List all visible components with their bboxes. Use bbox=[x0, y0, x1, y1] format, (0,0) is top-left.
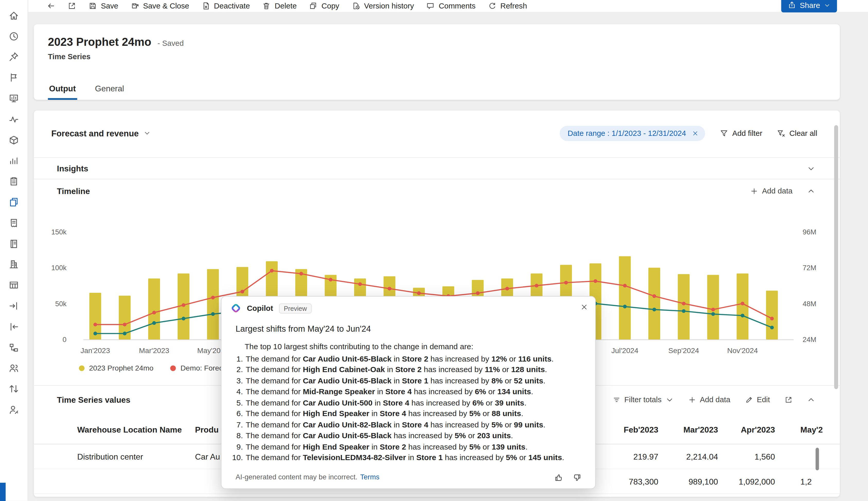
view-selector-dropdown[interactable]: Forecast and revenue bbox=[51, 128, 150, 138]
sidebar-item-recent[interactable] bbox=[0, 26, 28, 46]
sidebar-item-flag[interactable] bbox=[0, 67, 28, 88]
tab-output[interactable]: Output bbox=[48, 84, 77, 100]
card-scrollbar-thumb[interactable] bbox=[834, 125, 838, 389]
sidebar-item-pinned[interactable] bbox=[0, 46, 28, 67]
sidebar-item-person-link[interactable] bbox=[0, 399, 28, 420]
toolbar-comments-button[interactable]: Comments bbox=[420, 0, 482, 12]
export-icon bbox=[9, 321, 19, 332]
toolbar-save-button[interactable]: Save bbox=[82, 0, 124, 12]
svg-text:Jul'2024: Jul'2024 bbox=[611, 347, 638, 354]
popout-icon bbox=[785, 395, 793, 404]
copilot-footer: AI-generated content may be incorrect.Te… bbox=[236, 473, 379, 481]
sidebar-item-sort[interactable] bbox=[0, 379, 28, 399]
svg-text:96M: 96M bbox=[803, 228, 816, 236]
plus-icon bbox=[688, 395, 696, 404]
tab-general[interactable]: General bbox=[94, 84, 125, 100]
thumbs-down-icon[interactable] bbox=[573, 473, 582, 482]
sidebar-item-flow[interactable] bbox=[0, 337, 28, 358]
sidebar-item-home[interactable] bbox=[0, 5, 28, 26]
clear-all-filters-button[interactable]: Clear all bbox=[777, 129, 817, 137]
home-icon bbox=[9, 10, 19, 21]
toolbar-refresh-button[interactable]: Refresh bbox=[482, 0, 533, 12]
toolbar-copy-button[interactable]: Copy bbox=[303, 0, 345, 12]
svg-text:150k: 150k bbox=[51, 228, 67, 236]
preview-badge: Preview bbox=[279, 303, 312, 313]
sidebar-item-dashboard[interactable] bbox=[0, 88, 28, 109]
values-section-title: Time Series values bbox=[57, 395, 130, 404]
sidebar-item-notebook[interactable] bbox=[0, 233, 28, 254]
copilot-list-item: 4.The demand for Mid-Range Speaker in St… bbox=[231, 386, 585, 397]
svg-text:24M: 24M bbox=[803, 335, 816, 343]
building-icon bbox=[9, 259, 19, 270]
dismiss-icon bbox=[581, 303, 588, 311]
column-header[interactable]: Mar'2023 bbox=[662, 415, 718, 444]
sort-icon bbox=[9, 384, 19, 394]
column-header[interactable]: Warehouse Location Name bbox=[77, 415, 193, 444]
toolbar-delete-button[interactable]: Delete bbox=[256, 0, 303, 12]
share-button[interactable]: Share bbox=[781, 0, 837, 12]
insights-section-title: Insights bbox=[57, 164, 88, 173]
timeline-collapse-button[interactable] bbox=[807, 187, 815, 195]
pencil-icon bbox=[745, 395, 753, 404]
sidebar-item-people[interactable] bbox=[0, 358, 28, 379]
date-range-label: Date range : 1/1/2023 - 12/31/2024 bbox=[568, 129, 686, 137]
legend-item[interactable]: 2023 Prophet 24mo bbox=[79, 364, 153, 372]
table-cell: 783,300 bbox=[602, 469, 659, 493]
thumbs-up-icon[interactable] bbox=[554, 473, 563, 482]
app-sidebar bbox=[0, 0, 28, 501]
column-header[interactable]: May'2 bbox=[800, 415, 837, 444]
dismiss-icon bbox=[692, 130, 698, 136]
plus-icon bbox=[688, 395, 696, 404]
sidebar-item-documents[interactable] bbox=[0, 192, 28, 213]
copilot-list-item: 5.The demand for Car Audio Unit-500 in S… bbox=[231, 397, 585, 409]
sidebar-item-tasks[interactable] bbox=[0, 171, 28, 192]
package-icon bbox=[9, 135, 19, 146]
terms-link[interactable]: Terms bbox=[360, 473, 380, 481]
column-header[interactable]: Feb'2023 bbox=[602, 415, 659, 444]
toolbar-save-close-button[interactable]: Save & Close bbox=[124, 0, 195, 12]
sidebar-item-export[interactable] bbox=[0, 316, 28, 337]
people-icon bbox=[9, 363, 19, 374]
toolbar-back-button[interactable] bbox=[41, 0, 62, 12]
flow-icon bbox=[9, 342, 19, 353]
svg-text:100k: 100k bbox=[51, 264, 67, 272]
pencil-icon bbox=[745, 395, 753, 404]
values-add-data-button[interactable]: Add data bbox=[688, 395, 730, 404]
edit-label: Edit bbox=[757, 395, 770, 404]
clear-all-label: Clear all bbox=[789, 129, 817, 137]
add-filter-button[interactable]: Add filter bbox=[720, 129, 762, 137]
copilot-list-item: 10.The demand for TelevisionLEDM34-82-Si… bbox=[231, 452, 585, 463]
timeline-add-data-button[interactable]: Add data bbox=[750, 186, 792, 195]
share-icon bbox=[788, 1, 796, 9]
table-scrollbar-thumb[interactable] bbox=[815, 448, 819, 470]
sidebar-item-activity[interactable] bbox=[0, 109, 28, 130]
sidebar-item-package[interactable] bbox=[0, 130, 28, 150]
insights-expand-button[interactable] bbox=[807, 164, 815, 172]
copilot-shift-list: 1.The demand for Car Audio Unit-65-Black… bbox=[231, 354, 585, 463]
sidebar-item-table-grid[interactable] bbox=[0, 275, 28, 296]
date-range-filter-pill[interactable]: Date range : 1/1/2023 - 12/31/2024 bbox=[560, 126, 705, 141]
copilot-close-button[interactable] bbox=[581, 303, 588, 311]
chart-legend: 2023 Prophet 24moDemo: Forecas bbox=[79, 364, 231, 372]
documents-icon bbox=[9, 197, 19, 207]
popout-icon bbox=[68, 2, 76, 10]
filter-totals-dropdown[interactable]: Filter totals bbox=[612, 395, 673, 404]
sidebar-item-building[interactable] bbox=[0, 254, 28, 275]
remove-filter-icon[interactable] bbox=[692, 130, 698, 136]
sidebar-item-analytics[interactable] bbox=[0, 150, 28, 171]
edit-button[interactable]: Edit bbox=[745, 395, 770, 404]
sidebar-item-receipt[interactable] bbox=[0, 213, 28, 233]
tasks-icon bbox=[9, 176, 19, 187]
copy-icon bbox=[309, 2, 318, 10]
values-collapse-button[interactable] bbox=[807, 395, 815, 404]
popout-icon bbox=[785, 395, 793, 404]
open-in-new-window-button[interactable] bbox=[785, 395, 793, 404]
sidebar-item-import[interactable] bbox=[0, 296, 28, 317]
svg-text:48M: 48M bbox=[803, 300, 816, 308]
toolbar-deactivate-button[interactable]: Deactivate bbox=[195, 0, 256, 12]
toolbar-popout-button[interactable] bbox=[62, 0, 82, 12]
app-root: SaveSave & CloseDeactivateDeleteCopyVers… bbox=[0, 0, 868, 501]
toolbar-version-history-button[interactable]: Version history bbox=[345, 0, 420, 12]
record-tabs: Output General bbox=[48, 84, 125, 100]
column-header[interactable]: Apr'2023 bbox=[718, 415, 775, 444]
